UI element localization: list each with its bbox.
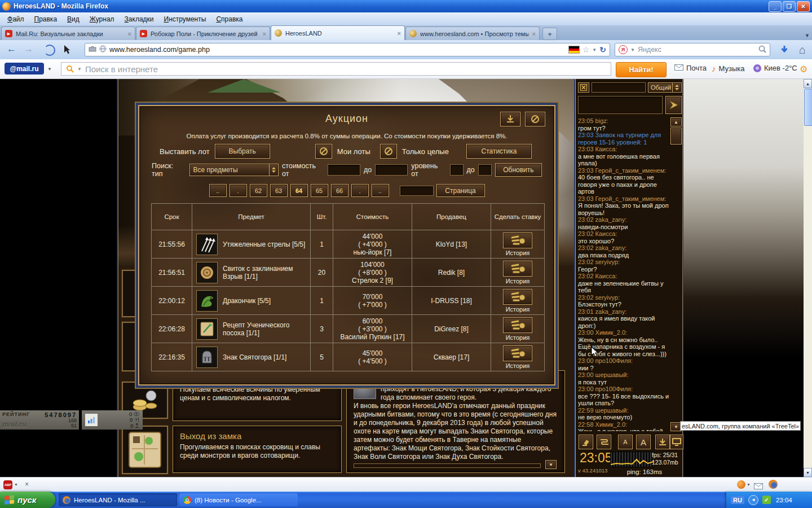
fox-dropdown-icon[interactable]: ▼ (747, 483, 751, 487)
chat-username[interactable]: Химик_2.0: (595, 421, 627, 428)
mail-link[interactable]: Почта (674, 64, 707, 72)
table-row[interactable]: 22:00:12Дракончик [5/5]170'000( +7'000 )… (152, 287, 545, 315)
browser-tab-3[interactable]: www.heroesland.com • Просмотр темы ...× (405, 27, 540, 40)
rating-widget[interactable]: РЕЙТИНГ 5478097 mail.ru 168 51 (0, 410, 79, 430)
chat-username[interactable]: Герой_с_таким_именем: (595, 167, 667, 174)
tab-close-icon[interactable]: × (128, 30, 131, 37)
forward-button[interactable]: → (24, 43, 33, 55)
url-dropdown-icon[interactable]: ▼ (592, 47, 597, 52)
start-button[interactable]: пуск (0, 492, 55, 508)
page-button-63[interactable]: 63 (270, 184, 288, 197)
cost-to-input[interactable] (375, 164, 408, 176)
extension-icon[interactable] (44, 45, 55, 56)
page-button-66[interactable]: 66 (331, 184, 348, 197)
language-indicator[interactable]: RU (731, 496, 744, 504)
home-button[interactable]: ⌂ (795, 42, 810, 57)
search-bar[interactable]: Я ▼ Яндекс (615, 43, 770, 56)
history-button[interactable] (503, 261, 532, 277)
news-scroll-down-button[interactable]: ▼ (545, 460, 557, 469)
table-row[interactable]: 22:06:28Рецепт Ученического посоха [1/1]… (152, 315, 545, 343)
tray-agent-icon[interactable]: ✓ (762, 496, 771, 504)
scroll-up-arrow[interactable]: ▲ (804, 79, 812, 88)
chat-username[interactable]: Каисса: (595, 146, 617, 152)
item-icon-recipe[interactable] (196, 318, 218, 340)
history-button[interactable] (503, 345, 532, 361)
table-row[interactable]: 21:56:51Свиток с заклинанием Взрыв [1/1]… (152, 259, 545, 287)
cursor-extension-icon[interactable] (63, 45, 72, 54)
chat-clear-button[interactable] (579, 435, 593, 449)
select-spinner-icon[interactable] (672, 83, 681, 92)
chat-username[interactable]: zaka_zany: (595, 216, 627, 223)
back-button[interactable]: ← (7, 43, 16, 55)
chat-log-button[interactable] (597, 435, 611, 449)
chat-username[interactable]: Каисса: (595, 230, 617, 237)
chat-username[interactable]: Каисса: (595, 273, 617, 279)
downloads-button[interactable] (777, 42, 792, 57)
page-button-62[interactable]: 62 (250, 184, 267, 197)
chat-channel-select[interactable]: Общий (648, 82, 682, 93)
cost-from-input[interactable] (328, 164, 360, 176)
chat-username[interactable]: про100Филя: (595, 357, 633, 364)
only-whole-toggle[interactable] (380, 144, 397, 159)
fox-addon-icon[interactable] (737, 480, 745, 489)
castle-menu-icon-map[interactable] (122, 426, 168, 474)
tab-close-icon[interactable]: × (398, 30, 401, 37)
chat-username[interactable]: bigz: (595, 117, 608, 124)
find-button[interactable]: Найти! (616, 62, 667, 77)
page-button-64[interactable]: 64 (290, 184, 308, 197)
chat-username[interactable]: Герой_с_таким_именем: (595, 195, 667, 202)
bookmark-star-icon[interactable]: ☆ (582, 45, 590, 54)
url-text[interactable]: www.heroesland.com/game.php (109, 46, 566, 54)
item-icon-scroll[interactable] (196, 262, 218, 283)
item-icon-helmet[interactable] (196, 347, 218, 368)
my-lots-toggle[interactable] (315, 144, 332, 159)
go-to-page-button[interactable]: Страница (436, 184, 485, 197)
chat-message-input[interactable] (578, 96, 663, 114)
mailru-search-input[interactable]: ▼ Поиск в интернете (61, 62, 611, 76)
chat-username[interactable]: seryivyp: (595, 259, 620, 265)
minimize-button[interactable]: _ (769, 1, 782, 12)
music-link[interactable]: ♪ Музыка (712, 64, 744, 73)
chat-scrollbar-thumb[interactable] (670, 128, 682, 144)
tab-close-icon[interactable]: × (532, 30, 536, 37)
url-bar[interactable]: www.heroesland.com/game.php ☆ ▼ ↻ (85, 43, 610, 56)
adblock-icon[interactable]: ABP (3, 480, 12, 489)
gear-icon[interactable]: ⚙ (800, 64, 807, 75)
item-icon-arrows[interactable] (196, 234, 218, 255)
task-button-1[interactable]: (8) Новости - Google... (179, 493, 298, 506)
page-button-..[interactable]: .. (209, 184, 227, 197)
mail-addon-icon[interactable] (754, 481, 763, 492)
exit-title[interactable]: Выход из замка (180, 432, 334, 440)
search-placeholder[interactable]: Яндекс (638, 46, 756, 54)
tab-close-icon[interactable]: × (263, 30, 266, 37)
news-scrollbar-track[interactable] (354, 463, 541, 468)
task-button-0[interactable]: HeroesLAND - Mozilla ... (59, 493, 177, 506)
scroll-down-arrow[interactable]: ▼ (804, 468, 812, 477)
page-number-input[interactable] (400, 186, 434, 196)
page-button-.[interactable]: . (230, 184, 247, 197)
chat-username[interactable]: zaka_zany: (595, 244, 627, 251)
menu-item-2[interactable]: Вид (63, 14, 83, 24)
history-button[interactable] (503, 233, 532, 248)
chat-username[interactable]: про100Филя: (595, 386, 633, 392)
browser-tab-0[interactable]: Mail.Ru: Визуальные закладки× (1, 27, 135, 40)
level-to-input[interactable] (478, 164, 492, 176)
menu-item-0[interactable]: Файл (3, 14, 28, 24)
chat-send-button[interactable] (665, 96, 682, 114)
chat-username[interactable]: Химик_2.0: (595, 329, 627, 336)
mailru-search-caret[interactable]: ▼ (77, 67, 82, 72)
item-type-select[interactable]: Все предметы (189, 164, 279, 176)
firefox-addon-icon[interactable] (769, 480, 778, 489)
chat-username[interactable]: шершавый: (595, 407, 629, 414)
yandex-icon[interactable]: Я (619, 45, 628, 54)
adblock-dropdown-icon[interactable]: ▼ (14, 483, 18, 487)
new-tab-button[interactable]: + (542, 28, 557, 40)
menu-item-1[interactable]: Правка (30, 14, 61, 24)
history-button[interactable] (503, 289, 532, 305)
chat-close-button[interactable] (578, 82, 589, 93)
magnifier-icon[interactable] (758, 45, 766, 55)
tray-collapse-icon[interactable]: ◄ (748, 495, 758, 505)
menu-item-6[interactable]: Справка (212, 14, 246, 24)
close-button[interactable]: ✕ (797, 1, 810, 12)
collapse-dialog-button[interactable] (500, 112, 520, 126)
